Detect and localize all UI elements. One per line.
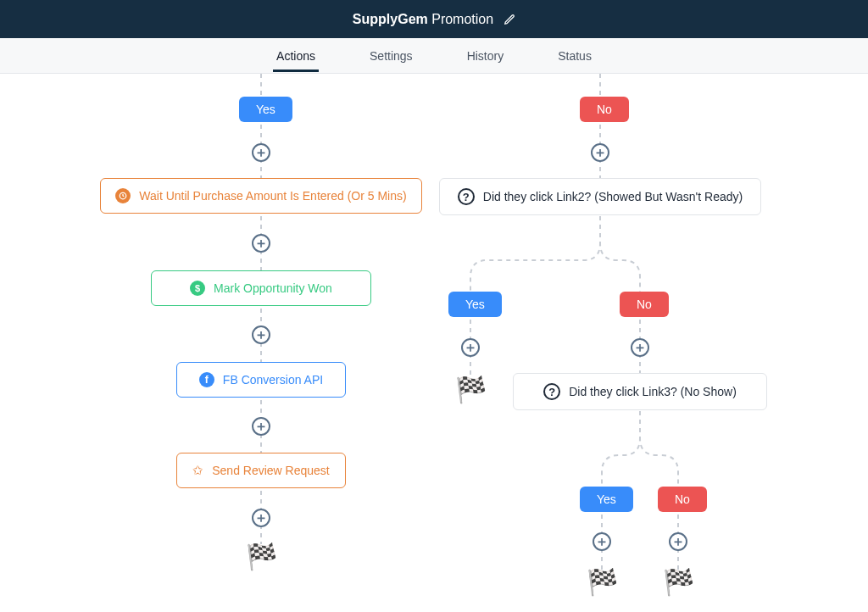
step-label: FB Conversion API	[223, 373, 323, 387]
tab-bar: Actions Settings History Status	[0, 38, 868, 74]
step-question-link3[interactable]: ? Did they click Link3? (No Show)	[513, 373, 767, 410]
branch-no-3[interactable]: No	[658, 487, 707, 512]
tab-history[interactable]: History	[464, 40, 508, 71]
add-step-button[interactable]: ＋	[252, 143, 270, 162]
step-wait-purchase[interactable]: Wait Until Purchase Amount Is Entered (O…	[100, 178, 422, 214]
star-icon: ✩	[192, 463, 203, 478]
add-step-button[interactable]: ＋	[591, 143, 609, 162]
branch-no-1[interactable]: No	[580, 97, 629, 122]
add-step-button[interactable]: ＋	[252, 417, 270, 436]
end-flag-icon: 🏁	[246, 542, 277, 571]
add-step-button[interactable]: ＋	[252, 509, 270, 527]
step-fb-conversion[interactable]: f FB Conversion API	[176, 362, 346, 398]
clock-icon	[115, 188, 131, 203]
step-label: Did they click Link2? (Showed But Wasn't…	[483, 190, 743, 203]
tab-actions[interactable]: Actions	[273, 40, 319, 72]
branch-yes-1[interactable]: Yes	[239, 97, 292, 122]
end-flag-icon: 🏁	[587, 567, 618, 597]
tab-settings[interactable]: Settings	[366, 40, 416, 71]
page-header: SupplyGem Promotion	[0, 0, 868, 38]
add-step-button[interactable]: ＋	[593, 532, 611, 551]
edit-title-icon[interactable]	[504, 14, 515, 25]
step-mark-won[interactable]: $ Mark Opportunity Won	[151, 270, 371, 306]
add-step-button[interactable]: ＋	[252, 234, 270, 253]
step-label: Mark Opportunity Won	[214, 281, 332, 295]
question-icon: ?	[458, 188, 475, 205]
page-title: SupplyGem Promotion	[353, 12, 493, 27]
question-icon: ?	[543, 383, 560, 400]
dollar-icon: $	[190, 281, 205, 296]
connectors	[0, 74, 868, 612]
workflow-canvas[interactable]: Yes ＋ Wait Until Purchase Amount Is Ente…	[0, 74, 868, 612]
add-step-button[interactable]: ＋	[669, 532, 687, 551]
branch-yes-2[interactable]: Yes	[448, 292, 502, 317]
step-label: Send Review Request	[212, 464, 330, 477]
add-step-button[interactable]: ＋	[252, 325, 270, 344]
title-bold: SupplyGem	[353, 12, 428, 26]
add-step-button[interactable]: ＋	[461, 338, 480, 357]
branch-yes-3[interactable]: Yes	[580, 487, 633, 512]
step-label: Wait Until Purchase Amount Is Entered (O…	[139, 189, 406, 203]
step-question-link2[interactable]: ? Did they click Link2? (Showed But Wasn…	[439, 178, 761, 215]
title-rest: Promotion	[428, 12, 493, 26]
step-send-review[interactable]: ✩ Send Review Request	[176, 453, 346, 488]
facebook-icon: f	[199, 372, 214, 387]
tab-status[interactable]: Status	[554, 40, 595, 71]
step-label: Did they click Link3? (No Show)	[569, 385, 737, 398]
add-step-button[interactable]: ＋	[631, 338, 649, 357]
branch-no-2[interactable]: No	[620, 292, 669, 317]
end-flag-icon: 🏁	[455, 375, 487, 404]
end-flag-icon: 🏁	[663, 567, 694, 597]
